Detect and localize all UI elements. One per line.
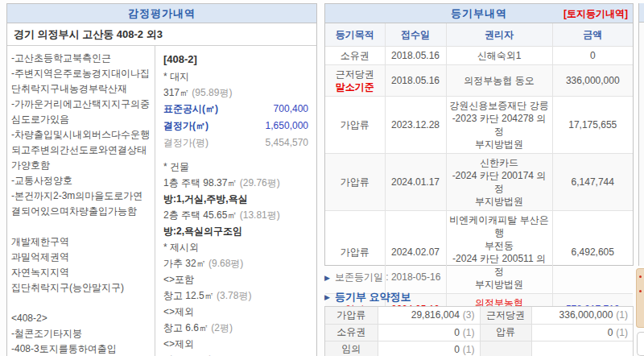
detail-line: <>제외 — [163, 304, 308, 320]
price-row: 결정가(㎡)1,650,000 — [163, 118, 308, 135]
summary-count: (1) — [616, 309, 628, 321]
registry-holder-cell: 강원신용보증재단 강릉-2023 카단 204278 의정부지방법원 — [446, 96, 552, 153]
appraisal-panel-header: 감정평가내역 — [7, 4, 316, 23]
purpose-text: 가압류 — [327, 118, 383, 131]
measure-main: 1층 주택 98.37㎡ — [163, 177, 240, 188]
map-marker-icon — [639, 290, 642, 292]
registry-column-header: 접수일 — [385, 23, 446, 46]
spacer — [163, 151, 308, 159]
summary-value-cell: 0(1) — [378, 341, 480, 356]
appraisal-note-line: -본건까지2-3m의마을도로가연결되어있으며차량출입가능함 — [11, 188, 151, 219]
measure-main: 2층 주택 45.65㎡ — [163, 209, 240, 221]
detail-line: * 대지 — [163, 68, 308, 85]
summary-label-cell — [480, 341, 531, 356]
summary-value-cell: 29,816,004(3) — [378, 307, 480, 324]
detail-measure-line: 창고 6.6㎡ (2평) — [163, 320, 308, 336]
registry-row: 가압류2023.12.28강원신용보증재단 강릉-2023 카단 204278 … — [325, 96, 633, 153]
detail-line: <>제외 — [163, 336, 308, 352]
appraisal-note-line: 과밀억제권역 — [11, 250, 151, 265]
price-row: 결정가(평)5,454,570 — [163, 135, 308, 151]
holder-line: 의정부농협 동오 — [448, 74, 551, 87]
purpose-text: 가압류 — [327, 246, 383, 259]
preservation-date-text: 보존등기일 : 2018-05-16 — [335, 271, 440, 284]
appraisal-note-line: 자연녹지지역 — [11, 265, 151, 280]
measure-main: 창고 12.5㎡ — [163, 290, 217, 301]
summary-value-cell — [531, 341, 633, 356]
holder-line: 부지방법원 — [448, 278, 551, 291]
summary-row: 소유권0(1)압류0(1) — [325, 324, 633, 341]
summary-value-cell: 336,000,000(1) — [531, 307, 633, 324]
summary-label-cell: 근저당권 — [480, 307, 531, 324]
registry-row: 소유권2018.05.16신해숙외10 — [325, 46, 633, 64]
summary-label-cell: 가압류 — [325, 307, 378, 324]
holder-line: 부전동 — [448, 239, 551, 252]
holder-line: 부지방법원 — [448, 138, 551, 151]
detail-measure-line: 317㎡ (95.89평) — [163, 85, 308, 101]
summary-amount: 336,000,000 — [559, 309, 613, 321]
price-label: 표준공시(㎡) — [163, 101, 218, 118]
detail-bold-line: 방:2,욕실의구조임 — [163, 223, 308, 239]
summary-amount: 29,816,004 — [411, 309, 460, 321]
holder-line: -2024 카단 200174 의정 — [448, 169, 551, 195]
registry-amount-cell: 17,175,655 — [552, 96, 633, 153]
registry-purpose-cell: 가압류 — [325, 153, 385, 210]
registry-date-cell: 2023.12.28 — [385, 96, 446, 153]
appraisal-note-line: -교통사정양호 — [11, 173, 151, 188]
clipped-map-fragment — [636, 268, 644, 328]
holder-line: 신해숙외1 — [448, 49, 551, 62]
appraisal-body: -고산초등학교북측인근-주변지역은주로농경지대이나집단취락지구내농경부락산재-가… — [7, 46, 316, 356]
registry-row: 근저당권말소기준2018.05.16의정부농협 동오336,000,000 — [325, 64, 633, 96]
registry-column-header: 금액 — [552, 23, 633, 46]
registry-date-cell: 2018.05.16 — [385, 46, 446, 64]
appraisal-note-line: 개발제한구역 — [11, 234, 151, 250]
preservation-date-line: ▶ 보존등기일 : 2018-05-16 — [324, 271, 440, 284]
summary-row: 가압류29,816,004(3)근저당권336,000,000(1) — [325, 307, 633, 324]
clipped-adjacent-panel — [638, 3, 644, 266]
registry-amount-cell: 0 — [552, 46, 633, 64]
price-label: 결정가(평) — [163, 135, 208, 151]
measure-pyeong: (2평) — [211, 322, 233, 333]
registry-date-cell: 2018.05.16 — [385, 64, 446, 96]
measure-pyeong: (13.81평) — [240, 209, 280, 221]
purpose-text: 근저당권 — [327, 68, 383, 81]
appraisal-note-line: -철콘조기타지붕 — [11, 326, 151, 342]
registry-row: 가압류2024.01.17신한카드-2024 카단 200174 의정부지방법원… — [325, 153, 633, 210]
measure-pyeong: (29.76평) — [240, 177, 280, 188]
appraisal-note-line — [11, 219, 151, 234]
registry-summary-table: 가압류29,816,004(3)근저당권336,000,000(1)소유권0(1… — [324, 306, 634, 356]
summary-value-cell: 0(1) — [531, 324, 633, 341]
summary-label-cell: 압류 — [480, 324, 531, 341]
summary-amount: 0 — [454, 327, 460, 338]
land-registry-badge: [토지등기내역] — [564, 4, 628, 23]
summary-label-cell: 소유권 — [325, 324, 378, 341]
registry-panel: 등기부내역 [토지등기내역] 등기목적접수일권리자금액 소유권2018.05.1… — [324, 3, 634, 266]
appraisal-note-line: -차량출입및시내외버스다수운행되고주변의간선도로와연결상태가양호함 — [11, 127, 151, 173]
appraisal-note-line: -408-3토지를통하여출입 — [11, 342, 151, 356]
holder-line: -2024 카단 200511 의정 — [448, 252, 551, 278]
measure-main: 창고 6.6㎡ — [163, 322, 211, 333]
summary-row: 임의0(1) — [325, 341, 633, 356]
bullet-icon: ▶ — [324, 274, 330, 282]
detail-line: <>포함 — [163, 271, 308, 288]
registry-column-header: 등기목적 — [325, 23, 385, 46]
bullet-icon: ▶ — [324, 293, 330, 301]
summary-amount: 0 — [608, 327, 613, 338]
appraisal-panel: 감정평가내역 경기 의정부시 고산동 408-2 외3 -고산초등학교북측인근-… — [6, 3, 317, 356]
summary-count: (1) — [463, 344, 475, 355]
summary-count: (1) — [463, 327, 475, 338]
price-row: 표준공시(㎡)700,400 — [163, 101, 308, 118]
registry-purpose-cell: 가압류 — [325, 96, 385, 153]
clipped-box-fragment — [637, 332, 644, 356]
registry-column-header: 권리자 — [446, 23, 552, 46]
registry-amount-cell: 6,492,605 — [552, 210, 633, 293]
holder-line: -2023 카단 204278 의정 — [448, 112, 551, 138]
holder-line: 신한카드 — [448, 156, 551, 169]
price-value: 700,400 — [274, 101, 308, 118]
appraisal-note-line: 집단취락지구(능안말지구) — [11, 280, 151, 296]
purpose-text: 가압류 — [327, 176, 383, 188]
measure-pyeong: (95.89평) — [192, 87, 232, 98]
registry-summary-heading: ▶ 등기부 요약정보 — [324, 290, 411, 304]
registry-holder-cell: 의정부농협 동오 — [446, 64, 552, 96]
registry-purpose-cell: 소유권 — [325, 46, 385, 64]
appraisal-notes-column: -고산초등학교북측인근-주변지역은주로농경지대이나집단취락지구내농경부락산재-가… — [7, 46, 155, 356]
